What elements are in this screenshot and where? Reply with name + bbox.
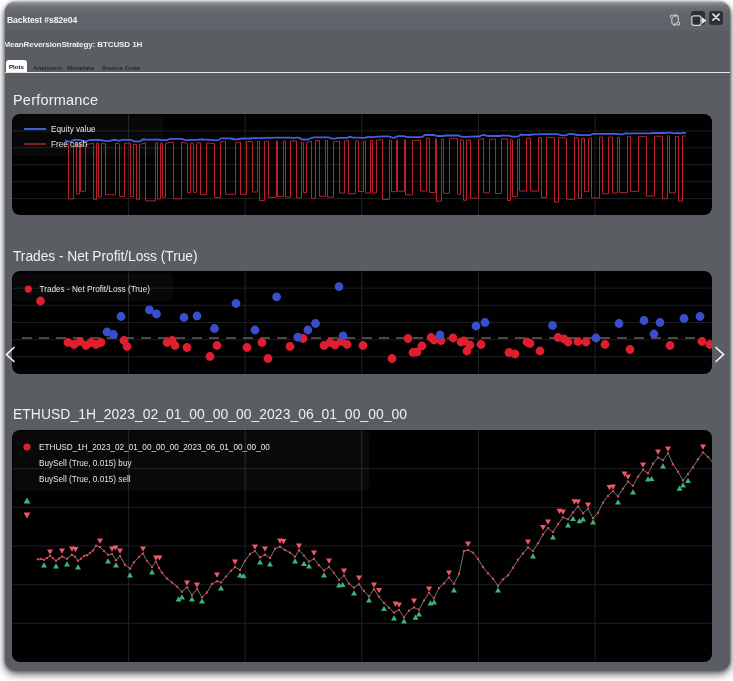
svg-text:Trades - Net Profit/Loss (True: Trades - Net Profit/Loss (True) [40, 284, 151, 293]
svg-text:ETHUSD_1H_2023_02_01_00_00_00_: ETHUSD_1H_2023_02_01_00_00_00_2023_06_01… [39, 443, 270, 452]
svg-text:Equity value: Equity value [51, 124, 96, 133]
svg-text:Free cash: Free cash [51, 139, 88, 148]
svg-text:BuySell (True, 0.015) sell: BuySell (True, 0.015) sell [39, 475, 131, 484]
svg-text:BuySell (True, 0.015) buy: BuySell (True, 0.015) buy [39, 459, 132, 468]
